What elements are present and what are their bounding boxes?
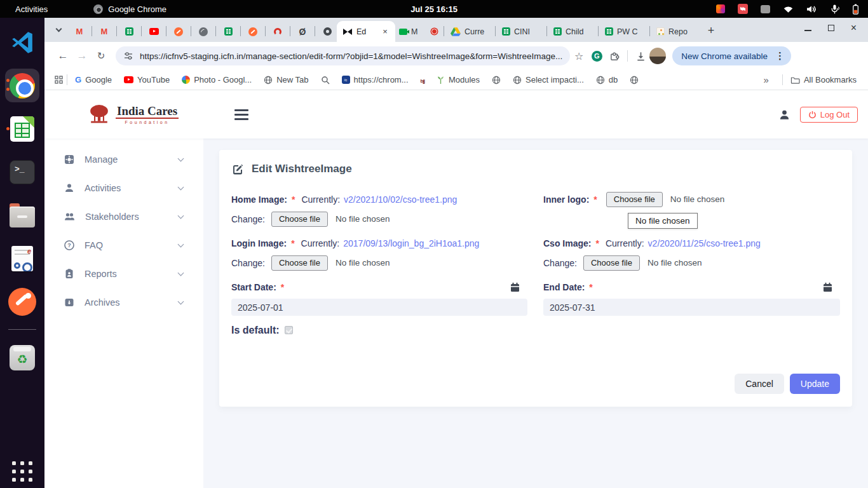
calendar-icon[interactable] bbox=[823, 282, 832, 292]
pinned-tab-null[interactable] bbox=[293, 21, 312, 42]
dock-document-viewer[interactable]: e bbox=[5, 241, 39, 275]
cso-image-current-link[interactable]: v2/2020/11/25/cso-tree1.png bbox=[648, 238, 761, 248]
pinned-tab-gmail-1[interactable] bbox=[70, 21, 89, 42]
calendar-icon[interactable] bbox=[510, 282, 520, 292]
sidebar-item-reports[interactable]: Reports bbox=[44, 259, 203, 288]
site-header: India Cares Foundation Log Out bbox=[44, 90, 868, 139]
downloads-icon[interactable] bbox=[632, 47, 649, 65]
sidebar-toggle-button[interactable] bbox=[234, 109, 248, 120]
bookmark-globe-1[interactable] bbox=[492, 76, 501, 85]
bookmark-select-impact[interactable]: Select impacti... bbox=[513, 75, 584, 85]
forward-button[interactable] bbox=[72, 46, 92, 65]
pinned-tab-spiral[interactable] bbox=[318, 21, 337, 42]
cso-image-choose-file-button[interactable]: Choose file bbox=[583, 255, 640, 271]
tab-sheets-cini[interactable]: CINI bbox=[498, 21, 544, 42]
dock-chrome[interactable] bbox=[5, 69, 39, 102]
login-image-choose-file-button[interactable]: Choose file bbox=[271, 255, 328, 271]
bookmark-db[interactable]: db bbox=[596, 75, 618, 85]
dock-terminal[interactable]: >_ bbox=[5, 155, 39, 189]
bookmarks-overflow-button[interactable] bbox=[764, 74, 769, 85]
bookmark-globe-2[interactable] bbox=[630, 76, 639, 85]
sidebar-item-stakeholders[interactable]: Stakeholders bbox=[44, 202, 203, 231]
new-tab-button[interactable] bbox=[702, 22, 720, 39]
svg-text:?: ? bbox=[67, 242, 71, 248]
site-settings-icon[interactable] bbox=[123, 51, 133, 61]
dock-trash[interactable]: ♻ bbox=[5, 341, 39, 374]
reload-button[interactable] bbox=[92, 46, 111, 65]
battery-icon bbox=[852, 4, 859, 15]
system-tray[interactable] bbox=[716, 4, 859, 15]
brand-subtitle: Foundation bbox=[125, 120, 170, 125]
anydesk-tray-icon[interactable] bbox=[738, 4, 748, 14]
bookmark-new-tab[interactable]: New Tab bbox=[264, 75, 308, 85]
sidebar-item-activities[interactable]: Activities bbox=[44, 173, 203, 202]
tab-sheets-child[interactable]: Child bbox=[550, 21, 595, 42]
pinned-tab-gmail-2[interactable] bbox=[95, 21, 114, 42]
pinned-tab-globe[interactable] bbox=[194, 21, 213, 42]
tab-close-icon[interactable] bbox=[380, 27, 390, 37]
user-icon[interactable] bbox=[779, 109, 790, 120]
login-image-current-link[interactable]: 2017/09/13/login_bg_2iH1oa1.png bbox=[343, 238, 479, 248]
bookmark-chrome-link[interactable]: https://chrom... bbox=[342, 75, 409, 85]
jetbrains-tray-icon[interactable] bbox=[716, 4, 725, 13]
bookmark-youtube[interactable]: YouTube bbox=[124, 75, 170, 85]
profile-avatar[interactable] bbox=[649, 48, 666, 64]
tab-sheets-pw[interactable]: PW C bbox=[601, 21, 647, 42]
bookmark-search[interactable] bbox=[321, 76, 330, 85]
pinned-tab-arc[interactable] bbox=[268, 21, 287, 42]
globe-icon bbox=[264, 76, 273, 85]
dock-postman[interactable] bbox=[5, 285, 39, 318]
dock-files[interactable] bbox=[5, 198, 39, 232]
sidebar-item-faq[interactable]: ? FAQ bbox=[44, 231, 203, 259]
person-icon bbox=[64, 182, 75, 194]
bookmark-photos[interactable]: Photo - Googl... bbox=[182, 75, 252, 85]
extensions-icon[interactable] bbox=[606, 47, 623, 65]
chrome-update-button[interactable]: New Chrome available bbox=[672, 46, 791, 65]
logout-button[interactable]: Log Out bbox=[800, 107, 858, 123]
sidebar-item-archives[interactable]: Archives bbox=[44, 288, 203, 316]
no-file-chosen-tooltip: No file chosen bbox=[628, 213, 698, 229]
tab-search-button[interactable] bbox=[50, 21, 67, 39]
site-logo[interactable]: India Cares Foundation bbox=[88, 104, 179, 125]
pinned-tab-youtube[interactable] bbox=[144, 21, 163, 42]
youtube-favicon bbox=[124, 76, 133, 83]
pinned-tab-sheets-2[interactable] bbox=[219, 21, 238, 42]
all-bookmarks-button[interactable]: All Bookmarks bbox=[790, 75, 857, 85]
sidebar-item-manage[interactable]: Manage bbox=[44, 145, 203, 173]
page-title: Edit WishtreeImage bbox=[252, 163, 352, 175]
close-icon[interactable] bbox=[851, 23, 857, 33]
libreoffice-calc-icon bbox=[10, 116, 34, 142]
grammarly-extension-icon[interactable] bbox=[588, 47, 606, 65]
chat-tray-icon[interactable] bbox=[761, 5, 770, 13]
bookmark-star-icon[interactable] bbox=[570, 47, 588, 65]
pinned-tab-sheets-1[interactable] bbox=[119, 21, 139, 42]
bookmark-modules[interactable]: Modules bbox=[437, 75, 480, 85]
inner-logo-choose-file-button[interactable]: Choose file bbox=[606, 192, 663, 207]
back-button[interactable] bbox=[53, 46, 72, 65]
tab-meet[interactable]: M bbox=[395, 21, 441, 42]
dock-libreoffice-calc[interactable] bbox=[5, 112, 39, 146]
home-image-choose-file-button[interactable]: Choose file bbox=[271, 212, 328, 227]
tab-repo[interactable]: Repo bbox=[653, 21, 698, 42]
pinned-tab-postman-2[interactable] bbox=[243, 21, 262, 42]
tab-drive[interactable]: Curre bbox=[447, 21, 492, 42]
browser-menu-icon[interactable] bbox=[775, 50, 785, 62]
bookmark-google[interactable]: Google bbox=[75, 75, 112, 85]
address-bar[interactable]: https://icfnv5-staging.icfn.in/manage-se… bbox=[116, 46, 570, 65]
search-icon bbox=[321, 76, 330, 85]
end-date-input[interactable] bbox=[543, 299, 840, 316]
apps-shortcut[interactable] bbox=[55, 76, 63, 84]
show-applications-button[interactable] bbox=[12, 461, 32, 482]
bookmark-maroon[interactable] bbox=[421, 75, 424, 85]
globe-icon bbox=[492, 76, 501, 85]
field-end-date: End Date:* bbox=[543, 277, 840, 316]
update-button[interactable]: Update bbox=[790, 374, 840, 394]
pinned-tab-postman-1[interactable] bbox=[169, 21, 188, 42]
dock-vscode[interactable] bbox=[5, 25, 39, 59]
active-tab[interactable]: Ed bbox=[337, 21, 395, 42]
restore-icon[interactable] bbox=[828, 25, 834, 31]
cancel-button[interactable]: Cancel bbox=[735, 374, 784, 394]
start-date-input[interactable] bbox=[231, 299, 527, 316]
minimize-icon[interactable] bbox=[804, 30, 811, 31]
home-image-current-link[interactable]: v2/2021/10/02/cso-tree1.png bbox=[344, 194, 457, 205]
